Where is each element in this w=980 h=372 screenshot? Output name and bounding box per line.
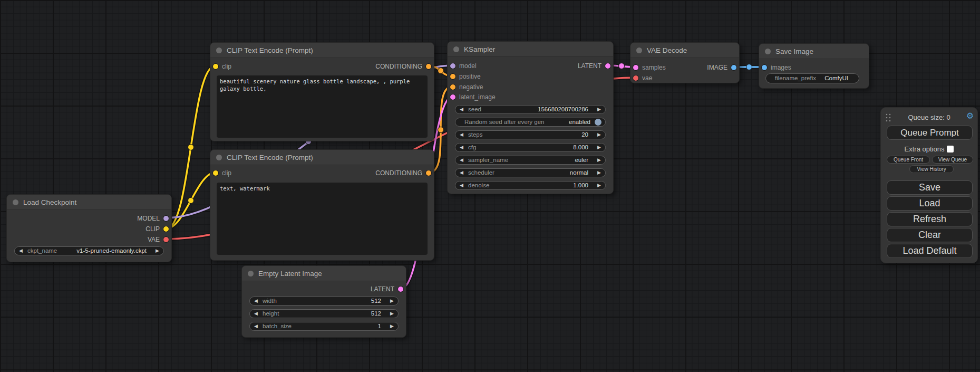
refresh-button[interactable]: Refresh (887, 212, 973, 226)
load-button[interactable]: Load (887, 196, 973, 211)
input-port-positive[interactable] (450, 74, 455, 79)
node-title: Load Checkpoint (23, 198, 76, 206)
decrement-arrow-icon[interactable]: ◀ (254, 298, 258, 304)
increment-arrow-icon[interactable]: ▶ (156, 247, 159, 254)
output-port-latent[interactable] (605, 63, 610, 69)
output-port-model[interactable] (163, 216, 169, 221)
widget-width[interactable]: ◀ width 512 ▶ (249, 297, 399, 306)
extra-options-label: Extra options (905, 145, 945, 153)
output-port-latent[interactable] (398, 287, 403, 292)
increment-arrow-icon[interactable]: ▶ (597, 106, 601, 113)
increment-arrow-icon[interactable]: ▶ (390, 298, 394, 304)
output-port-conditioning[interactable] (426, 170, 431, 176)
decrement-arrow-icon[interactable]: ◀ (460, 169, 463, 176)
decrement-arrow-icon[interactable]: ◀ (460, 106, 463, 113)
increment-arrow-icon[interactable]: ▶ (597, 131, 601, 138)
input-port-model[interactable] (450, 63, 455, 69)
output-label: MODEL (137, 215, 160, 222)
view-history-button[interactable]: View History (909, 165, 954, 173)
node-empty-latent-image[interactable]: Empty Latent Image LATENT ◀ width 512 ▶ … (241, 265, 406, 338)
node-header[interactable]: CLIP Text Encode (Prompt) (210, 43, 434, 58)
prompt-textarea[interactable]: beautiful scenery nature glass bottle la… (217, 75, 428, 138)
input-port-clip[interactable] (213, 64, 218, 69)
input-port-clip[interactable] (213, 170, 218, 176)
save-button[interactable]: Save (887, 180, 973, 195)
widget-ckpt-name[interactable]: ◀ ckpt_name v1-5-pruned-emaonly.ckpt ▶ (14, 246, 164, 255)
input-port-vae[interactable] (633, 75, 638, 81)
link-midpoint-dot (438, 68, 444, 74)
decrement-arrow-icon[interactable]: ◀ (460, 182, 463, 189)
input-port-latent-image[interactable] (450, 94, 455, 100)
node-load-checkpoint[interactable]: Load Checkpoint MODEL CLIP VAE ◀ ckpt_na… (6, 194, 172, 262)
node-graph-canvas[interactable]: Load Checkpoint MODEL CLIP VAE ◀ ckpt_na… (0, 0, 980, 372)
increment-arrow-icon[interactable]: ▶ (597, 157, 601, 164)
widget-sampler-name[interactable]: ◀ sampler_name euler ▶ (455, 156, 606, 165)
decrement-arrow-icon[interactable]: ◀ (254, 310, 258, 317)
prompt-textarea[interactable]: text, watermark (217, 183, 428, 255)
node-collapse-dot-icon[interactable] (13, 199, 18, 205)
increment-arrow-icon[interactable]: ▶ (597, 169, 601, 176)
input-port-images[interactable] (762, 65, 767, 70)
output-port-conditioning[interactable] (426, 64, 431, 69)
load-default-button[interactable]: Load Default (887, 244, 973, 258)
node-collapse-dot-icon[interactable] (216, 47, 222, 53)
widget-steps[interactable]: ◀ steps 20 ▶ (455, 130, 606, 139)
output-label: LATENT (371, 285, 394, 293)
queue-prompt-button[interactable]: Queue Prompt (887, 126, 973, 140)
clear-button[interactable]: Clear (887, 228, 973, 242)
increment-arrow-icon[interactable]: ▶ (597, 144, 601, 151)
increment-arrow-icon[interactable]: ▶ (390, 310, 394, 317)
widget-cfg[interactable]: ◀ cfg 8.000 ▶ (455, 143, 606, 152)
increment-arrow-icon[interactable]: ▶ (597, 182, 601, 189)
increment-arrow-icon[interactable]: ▶ (390, 323, 394, 330)
output-label: CONDITIONING (375, 169, 422, 177)
view-queue-button[interactable]: View Queue (932, 156, 973, 164)
queue-menu-panel[interactable]: Queue size: 0 ⚙ Queue Prompt Extra optio… (880, 107, 978, 263)
output-label: VAE (148, 236, 160, 243)
extra-options-checkbox[interactable] (947, 146, 954, 152)
widget-batch-size[interactable]: ◀ batch_size 1 ▶ (249, 322, 399, 331)
node-header[interactable]: VAE Decode (630, 43, 739, 58)
link-midpoint-dot (619, 63, 625, 69)
output-port-vae[interactable] (163, 237, 169, 242)
node-header[interactable]: Load Checkpoint (7, 195, 171, 210)
widget-filename-prefix[interactable]: filename_prefix ComfyUI (765, 73, 859, 83)
widget-random-seed-toggle[interactable]: Random seed after every gen enabled (455, 118, 606, 127)
node-save-image[interactable]: Save Image images filename_prefix ComfyU… (759, 43, 869, 89)
output-port-clip[interactable] (163, 226, 169, 232)
queue-front-button[interactable]: Queue Front (887, 156, 930, 164)
node-collapse-dot-icon[interactable] (248, 271, 254, 276)
widget-denoise[interactable]: ◀ denoise 1.000 ▶ (455, 181, 606, 190)
node-header[interactable]: CLIP Text Encode (Prompt) (210, 150, 434, 165)
node-vae-decode[interactable]: VAE Decode samples vae IMAGE (630, 42, 740, 83)
widget-seed[interactable]: ◀ seed 156680208700286 ▶ (455, 105, 606, 114)
node-header[interactable]: Save Image (759, 44, 869, 59)
node-clip-text-encode-negative[interactable]: CLIP Text Encode (Prompt) clip CONDITION… (210, 149, 434, 261)
input-port-samples[interactable] (633, 65, 638, 70)
node-collapse-dot-icon[interactable] (216, 155, 222, 160)
node-header[interactable]: Empty Latent Image (242, 266, 406, 281)
output-port-image[interactable] (731, 65, 736, 70)
input-label: negative (459, 83, 483, 91)
node-collapse-dot-icon[interactable] (636, 47, 642, 53)
toggle-circle-icon[interactable] (595, 119, 601, 126)
decrement-arrow-icon[interactable]: ◀ (460, 131, 463, 138)
output-label: LATENT (578, 62, 601, 70)
node-ksampler[interactable]: KSampler model positive negative latent_… (447, 41, 614, 194)
widget-height[interactable]: ◀ height 512 ▶ (249, 309, 399, 318)
node-header[interactable]: KSampler (448, 42, 613, 57)
decrement-arrow-icon[interactable]: ◀ (460, 157, 463, 164)
input-label: positive (459, 73, 481, 80)
decrement-arrow-icon[interactable]: ◀ (19, 247, 23, 254)
settings-gear-icon[interactable]: ⚙ (966, 111, 974, 121)
input-label: model (459, 62, 477, 70)
node-title: CLIP Text Encode (Prompt) (227, 46, 313, 54)
node-clip-text-encode-positive[interactable]: CLIP Text Encode (Prompt) clip CONDITION… (210, 42, 434, 141)
node-collapse-dot-icon[interactable] (765, 49, 771, 54)
widget-scheduler[interactable]: ◀ scheduler normal ▶ (455, 168, 606, 177)
node-title: Empty Latent Image (258, 270, 322, 278)
input-port-negative[interactable] (450, 84, 455, 90)
decrement-arrow-icon[interactable]: ◀ (460, 144, 463, 151)
decrement-arrow-icon[interactable]: ◀ (254, 323, 258, 330)
node-collapse-dot-icon[interactable] (453, 46, 459, 52)
